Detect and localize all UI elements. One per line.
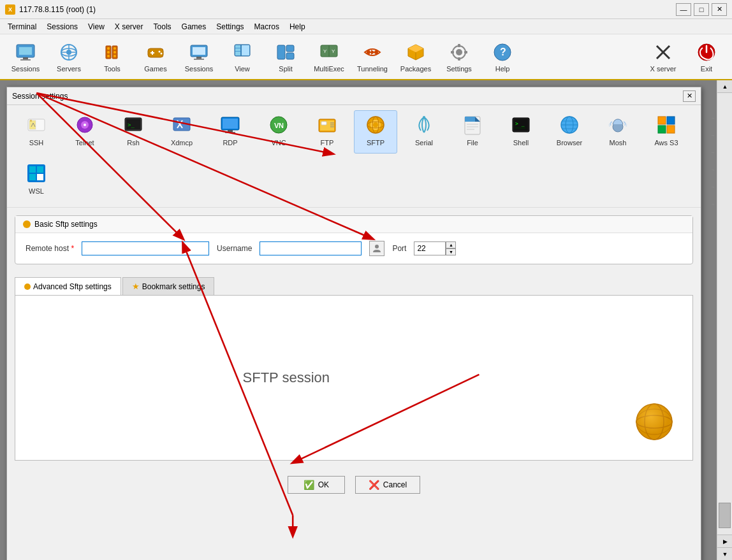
wsl-label: WSL — [29, 187, 44, 195]
svg-text:> _: > _ — [515, 121, 525, 127]
protocol-awss3[interactable]: Aws S3 — [645, 110, 688, 154]
protocol-telnet[interactable]: Telnet — [63, 110, 106, 154]
toolbar-help-button[interactable]: ? Help — [482, 36, 523, 77]
svg-point-14 — [113, 47, 116, 50]
menu-sessions[interactable]: Sessions — [41, 21, 83, 32]
bookmark-tab-star: ★ — [132, 282, 140, 291]
svg-rect-73 — [225, 132, 235, 133]
toolbar-exit-button[interactable]: Exit — [686, 36, 727, 77]
svg-rect-112 — [29, 174, 36, 180]
menu-view[interactable]: View — [83, 21, 110, 32]
port-decrement-button[interactable]: ▼ — [446, 248, 456, 255]
scroll-down-button[interactable]: ▼ — [717, 547, 732, 560]
svg-rect-24 — [196, 57, 201, 59]
toolbar: Sessions Servers — [0, 34, 732, 80]
protocol-ssh[interactable]: SSH — [15, 110, 58, 154]
toolbar-xserver-button[interactable]: X server — [643, 36, 684, 77]
protocol-rsh[interactable]: >_ Rsh — [112, 110, 155, 154]
protocol-sftp[interactable]: SFTP — [354, 110, 397, 154]
svg-point-46 — [456, 49, 462, 55]
games-icon — [144, 41, 167, 64]
cancel-icon: ❌ — [369, 480, 379, 490]
protocol-browser[interactable]: Browser — [548, 110, 591, 154]
scroll-right-button[interactable]: ▶ — [717, 535, 732, 547]
menu-settings[interactable]: Settings — [211, 21, 249, 32]
protocol-file[interactable]: File — [451, 110, 494, 154]
split-label: Split — [279, 65, 292, 73]
vnc-icon: V N — [267, 113, 290, 136]
svg-rect-1 — [19, 47, 32, 55]
cancel-button[interactable]: ❌ Cancel — [355, 476, 420, 494]
remote-host-input[interactable] — [82, 241, 209, 255]
svg-text:Y: Y — [332, 48, 335, 54]
toolbar-settings-button[interactable]: Settings — [439, 36, 479, 77]
help-label: Help — [495, 65, 510, 73]
menu-macros[interactable]: Macros — [249, 21, 284, 32]
tab-bookmark[interactable]: ★ Bookmark settings — [122, 277, 215, 295]
username-input[interactable] — [260, 241, 362, 255]
toolbar-view-button[interactable]: View — [222, 36, 263, 77]
cancel-label: Cancel — [383, 480, 407, 489]
user-browse-button[interactable] — [369, 241, 384, 256]
required-marker: * — [69, 244, 74, 253]
maximize-button[interactable]: □ — [694, 3, 709, 16]
toolbar-sessions2-button[interactable]: Sessions — [179, 36, 219, 77]
menu-terminal[interactable]: Terminal — [3, 21, 41, 32]
exit-icon — [695, 41, 718, 64]
toolbar-games-button[interactable]: Games — [135, 36, 176, 77]
svg-text:>_: >_ — [128, 122, 135, 128]
menu-help[interactable]: Help — [284, 21, 311, 32]
toolbar-tools-button[interactable]: Tools — [92, 36, 133, 77]
svg-rect-67 — [173, 118, 190, 131]
scroll-thumb[interactable] — [719, 503, 731, 528]
svg-rect-34 — [286, 53, 294, 59]
close-button[interactable]: ✕ — [712, 3, 727, 16]
settings-label: Settings — [446, 65, 472, 73]
multiexec-icon: Y Y — [318, 41, 340, 64]
sessions2-label: Sessions — [185, 65, 214, 73]
protocol-rdp[interactable]: RDP — [209, 110, 252, 154]
protocol-serial[interactable]: Serial — [402, 110, 446, 154]
toolbar-sessions-button[interactable]: Sessions — [5, 36, 46, 77]
browser-label: Browser — [557, 139, 582, 147]
svg-rect-108 — [667, 126, 675, 133]
toolbar-servers-button[interactable]: Servers — [48, 36, 89, 77]
protocol-wsl[interactable]: WSL — [15, 159, 58, 202]
svg-rect-25 — [194, 59, 204, 60]
svg-text:Y: Y — [323, 48, 327, 54]
svg-rect-3 — [20, 59, 31, 61]
svg-point-16 — [113, 55, 116, 57]
toolbar-split-button[interactable]: Split — [265, 36, 306, 77]
advanced-tab-dot — [24, 284, 31, 290]
ssh-icon — [25, 113, 48, 136]
protocol-vnc[interactable]: V N VNC — [257, 110, 300, 154]
remote-host-label: Remote host * — [26, 244, 74, 253]
dialog-close-button[interactable]: ✕ — [683, 90, 696, 102]
menu-xserver[interactable]: X server — [110, 21, 149, 32]
file-icon — [461, 113, 484, 136]
protocol-shell[interactable]: > _ Shell — [499, 110, 543, 154]
menu-games[interactable]: Games — [177, 21, 212, 32]
servers-icon — [57, 41, 80, 64]
toolbar-tunneling-button[interactable]: Tunneling — [352, 36, 393, 77]
protocol-xdmcp[interactable]: Xdmcp — [160, 110, 203, 154]
menu-tools[interactable]: Tools — [149, 21, 177, 32]
ok-button[interactable]: ✅ OK — [288, 476, 345, 494]
tools-icon — [101, 41, 124, 64]
toolbar-multiexec-button[interactable]: Y Y MultiExec — [309, 36, 349, 77]
minimize-button[interactable]: — — [676, 3, 691, 16]
port-input[interactable] — [414, 241, 446, 255]
scroll-up-button[interactable]: ▲ — [717, 80, 732, 93]
svg-point-114 — [375, 245, 379, 248]
shell-icon: > _ — [509, 113, 532, 136]
toolbar-packages-button[interactable]: Packages — [395, 36, 436, 77]
protocol-ftp[interactable]: FTP — [305, 110, 349, 154]
basic-section-header: Basic Sftp settings — [15, 216, 692, 233]
xserver-label: X server — [650, 65, 677, 73]
port-increment-button[interactable]: ▲ — [446, 241, 456, 248]
tab-advanced-sftp[interactable]: Advanced Sftp settings — [15, 277, 121, 295]
svg-rect-48 — [458, 57, 460, 61]
svg-rect-113 — [37, 174, 43, 180]
svg-rect-71 — [223, 118, 238, 129]
protocol-mosh[interactable]: Mosh — [596, 110, 640, 154]
